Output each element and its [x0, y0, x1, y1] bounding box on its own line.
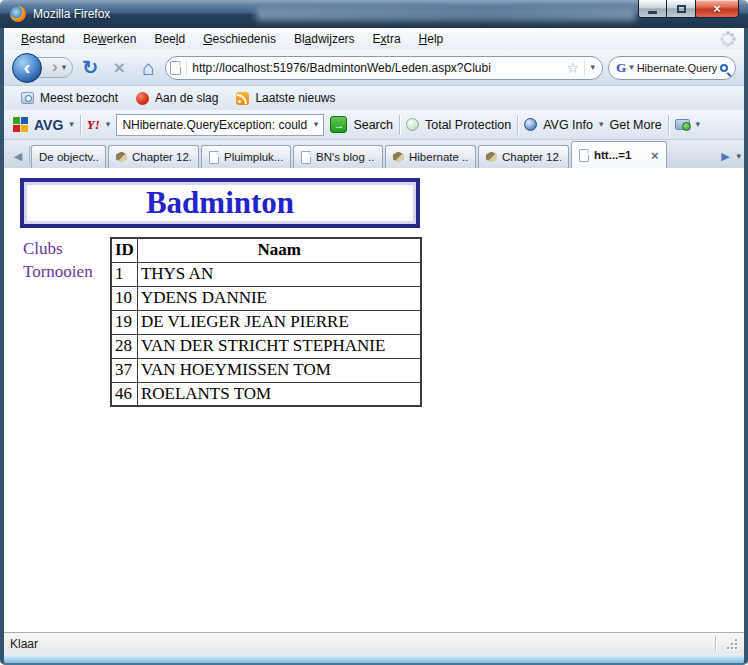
avg-search-dropdown[interactable]: ▾ [314, 120, 319, 129]
site-favicon [170, 61, 181, 75]
hibernate-icon [116, 152, 127, 163]
tab-pluimpluk[interactable]: Pluimpluk... [201, 145, 291, 168]
hibernate-icon [486, 152, 497, 163]
tab-hibernate[interactable]: Hibernate ... [385, 145, 476, 168]
window-frame-bottom [0, 654, 748, 665]
table-row: 19 DE VLIEGER JEAN PIERRE [111, 310, 421, 334]
menu-beeld[interactable]: Beeld [145, 29, 194, 49]
avg-info-dropdown[interactable]: ▾ [599, 120, 604, 129]
tab-close-icon[interactable]: × [651, 149, 659, 162]
table-row: 1 THYS AN [111, 262, 421, 286]
url-bar[interactable]: http://localhost:51976/BadmintonWeb/Lede… [165, 56, 603, 80]
bookmark-laatste-nieuws[interactable]: Laatste nieuws [229, 89, 342, 107]
avg-toolbar: AVG ▾ Y! ▾ NHibernate.QueryException: co… [4, 110, 744, 140]
tab-chapter-12-a[interactable]: Chapter 12... [108, 145, 199, 168]
bookmark-aan-de-slag[interactable]: Aan de slag [129, 89, 225, 107]
home-button[interactable]: ⌂ [136, 55, 160, 81]
blurred-title-text [256, 7, 636, 21]
tab-de-objectv[interactable]: De objectv... [31, 145, 106, 168]
menubar: Bestand Bewerken Beeld Geschiedenis Blad… [4, 28, 744, 50]
scroll-tabs-right-button[interactable]: ▶ [714, 144, 736, 168]
search-icon[interactable] [720, 64, 728, 72]
menu-help[interactable]: Help [410, 29, 453, 49]
get-more-button[interactable]: Get More [609, 118, 661, 132]
page-icon [301, 151, 311, 164]
header-naam: Naam [137, 238, 421, 262]
status-text: Klaar [10, 637, 38, 651]
navigation-toolbar: ‹ › ▾ ↻ × ⌂ http://localhost:51976/Badmi… [4, 50, 744, 86]
avg-search-button[interactable]: Search [353, 118, 393, 132]
table-row: 37 VAN HOEYMISSEN TOM [111, 358, 421, 382]
maximize-icon [677, 5, 686, 13]
hibernate-icon [393, 152, 404, 163]
avg-search-go-icon[interactable]: → [330, 116, 347, 133]
maximize-button[interactable] [667, 0, 696, 18]
back-icon: ‹ [24, 56, 31, 77]
minimize-icon [648, 11, 657, 14]
refresh-button[interactable]: ↻ [78, 55, 102, 81]
members-table: ID Naam 1 THYS AN 10 YDENS DANNIE 19 DE … [110, 237, 422, 407]
avg-search-input[interactable]: NHibernate.QueryException: could r ▾ [116, 114, 324, 136]
history-dropdown[interactable]: ▾ [62, 63, 67, 72]
refresh-icon: ↻ [82, 56, 98, 79]
bookmark-star-icon[interactable]: ☆ [566, 60, 579, 75]
search-engine-dropdown[interactable]: ▾ [629, 63, 634, 72]
resize-grip[interactable] [726, 638, 738, 650]
page-icon [579, 149, 589, 162]
url-text[interactable]: http://localhost:51976/BadmintonWeb/Lede… [192, 61, 561, 75]
tab-chapter-12-b[interactable]: Chapter 12... [478, 145, 569, 168]
link-clubs[interactable]: Clubs [23, 237, 108, 260]
titlebar: Mozilla Firefox × [0, 0, 748, 28]
status-bar: Klaar [4, 632, 744, 654]
table-row: 10 YDENS DANNIE [111, 286, 421, 310]
avg-dropdown[interactable]: ▾ [69, 120, 74, 129]
scroll-tabs-left-button[interactable]: ◀ [7, 144, 29, 168]
back-button[interactable]: ‹ [12, 53, 42, 83]
page-content: Badminton Clubs Tornooien ID Naam 1 THYS… [4, 168, 744, 632]
bookmark-meest-bezocht[interactable]: Meest bezocht [14, 89, 125, 107]
page-nav: Clubs Tornooien [23, 237, 108, 283]
header-id: ID [111, 238, 137, 262]
yahoo-icon[interactable]: Y! [87, 117, 100, 133]
avg-info-globe-icon [524, 118, 537, 131]
tab-active-leden[interactable]: htt...=1 × [571, 141, 667, 168]
list-all-tabs-dropdown[interactable]: ▾ [736, 152, 741, 161]
google-icon[interactable]: G [616, 61, 626, 74]
stop-button[interactable]: × [107, 55, 131, 81]
avg-brand[interactable]: AVG [34, 117, 63, 133]
menu-extra[interactable]: Extra [364, 29, 410, 49]
close-icon: × [713, 1, 721, 16]
total-protection-icon [406, 118, 419, 131]
window-title: Mozilla Firefox [33, 7, 110, 21]
search-input[interactable]: Hibernate.QueryE [637, 62, 717, 74]
firefox-icon [10, 6, 26, 22]
table-header-row: ID Naam [111, 238, 421, 262]
throbber-icon [726, 37, 730, 41]
avg-logo-icon [13, 117, 28, 132]
tab-strip: ◀ De objectv... Chapter 12... Pluimpluk.… [4, 140, 744, 168]
link-tornooien[interactable]: Tornooien [23, 260, 108, 283]
folder-sync-icon[interactable] [675, 119, 690, 130]
close-button[interactable]: × [696, 0, 739, 18]
minimize-button[interactable] [638, 0, 667, 18]
web-search-box[interactable]: G ▾ Hibernate.QueryE [608, 56, 736, 80]
page-title: Badminton [146, 185, 294, 221]
yahoo-dropdown[interactable]: ▾ [106, 120, 111, 129]
menu-bladwijzers[interactable]: Bladwijzers [285, 29, 364, 49]
menu-bestand[interactable]: Bestand [12, 29, 74, 49]
avg-info-button[interactable]: AVG Info [543, 118, 593, 132]
bookmarks-toolbar: Meest bezocht Aan de slag Laatste nieuws [4, 86, 744, 110]
tab-bns-blog[interactable]: BN's blog ... [293, 145, 383, 168]
total-protection-button[interactable]: Total Protection [425, 118, 511, 132]
url-dropdown[interactable]: ▾ [590, 63, 595, 72]
page-icon [209, 151, 219, 164]
getting-started-icon [136, 92, 149, 105]
menu-geschiedenis[interactable]: Geschiedenis [194, 29, 285, 49]
avg-more-dropdown[interactable]: ▾ [696, 120, 701, 129]
table-row: 28 VAN DER STRICHT STEPHANIE [111, 334, 421, 358]
table-row: 46 ROELANTS TOM [111, 382, 421, 406]
home-icon: ⌂ [142, 56, 155, 80]
menu-bewerken[interactable]: Bewerken [74, 29, 145, 49]
window-controls: × [638, 0, 739, 18]
forward-button[interactable]: › [52, 58, 58, 77]
